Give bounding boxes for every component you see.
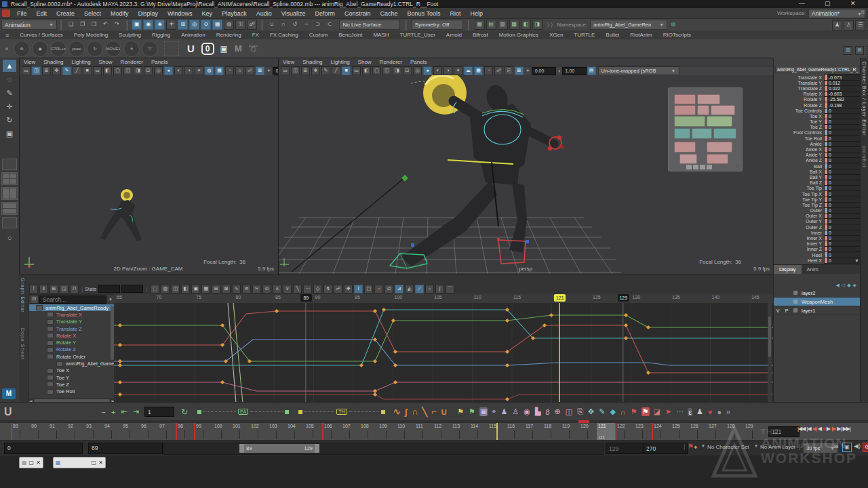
tangent-clamped-icon[interactable]: ʃ	[405, 407, 408, 417]
tangent-plateau-icon[interactable]: ∪	[441, 407, 448, 417]
zoom-tool-icon[interactable]: ○	[4, 234, 15, 245]
viewport-menu-item[interactable]: Lighting	[68, 59, 95, 65]
shelf-tool-icon[interactable]: ⊛	[14, 41, 30, 57]
tab-animbot[interactable]: animBot	[862, 146, 867, 168]
timeline-frame-label[interactable]: 127	[709, 424, 717, 428]
ghost-icon[interactable]: ◉	[523, 407, 531, 416]
picker-button[interactable]	[707, 116, 732, 127]
viewport-menu-item[interactable]: Renderer	[117, 59, 147, 65]
graph-curve-area[interactable]	[114, 303, 773, 403]
ea-badge[interactable]: EA	[238, 409, 248, 415]
range-slider-bar[interactable]: 89 129	[239, 444, 319, 453]
more-icon[interactable]: ⋯	[675, 407, 684, 416]
smooth-icon[interactable]: ∼	[301, 20, 311, 30]
graph-toolbar-icon[interactable]: ▢	[364, 285, 373, 293]
charset-dropdown-icon[interactable]: ▼	[701, 444, 705, 448]
timeline-keyframe-tick[interactable]	[652, 423, 653, 440]
loop-icon[interactable]: ∞	[833, 443, 838, 450]
diamond-icon[interactable]: ◆	[609, 407, 616, 416]
redo-icon[interactable]: ↷	[112, 20, 122, 30]
shelf-ctrl-icon[interactable]: CTRL+c	[50, 41, 66, 57]
lasso-tool[interactable]: ◌	[3, 73, 16, 85]
flag-list-icon[interactable]: ◪	[653, 407, 661, 416]
shelf-handle[interactable]	[5, 47, 8, 50]
loop8-icon[interactable]: 8	[545, 408, 550, 416]
timeline-special-tick[interactable]	[496, 423, 498, 440]
menu-item[interactable]: Visualize	[277, 10, 311, 17]
add-icon[interactable]: +	[111, 408, 115, 416]
maya-badge[interactable]: M	[2, 388, 16, 399]
timeline-frame-label[interactable]: 92	[68, 424, 73, 428]
open-scene-icon[interactable]: ❐	[77, 20, 87, 30]
render-icon[interactable]: ▦	[475, 20, 485, 30]
run-cycle-icon[interactable]: ♟	[500, 407, 509, 416]
curve-tree-item[interactable]: Translate X	[29, 311, 115, 318]
curve-tree-item[interactable]: Translate Y	[29, 319, 115, 325]
prev-key-icon[interactable]: ⇤	[121, 407, 127, 416]
picker-button[interactable]	[713, 128, 736, 139]
ipr-render-icon[interactable]: ▤	[486, 20, 496, 30]
play-range-icon[interactable]: ➤	[665, 407, 672, 416]
tonemap-dropdown[interactable]: Un-tone-mapped (sRGB▼	[598, 66, 679, 75]
picker-button[interactable]	[674, 142, 696, 152]
favorites-icon[interactable]: ♥	[707, 408, 713, 416]
graph-toolbar-icon[interactable]: ⊠	[222, 285, 231, 293]
make-live-icon[interactable]: ◍	[224, 20, 234, 30]
curve-icon[interactable]: ∩	[278, 20, 288, 30]
graph-toolbar-icon[interactable]: ∨	[283, 285, 292, 293]
curve-tree-item[interactable]: Toe X	[29, 367, 115, 374]
curve-tree-item[interactable]: Toe Roll	[29, 388, 115, 395]
layer-row[interactable]: ▨ layer2	[774, 289, 861, 298]
shelf-tool-icon[interactable]: ◉	[32, 41, 48, 57]
timeline-frame-label[interactable]: 96	[141, 424, 146, 428]
timeline-frame-label[interactable]: 119	[562, 424, 570, 428]
layer-icon-3[interactable]: ◆	[847, 283, 850, 288]
anim-layer-selector[interactable]: No Anim Layer	[760, 444, 795, 450]
graph-toolbar-icon[interactable]: ◭	[405, 285, 414, 293]
pose-library-icon[interactable]: ♟	[696, 407, 704, 416]
timeline-frame-label[interactable]: 128	[727, 424, 735, 428]
shelf-tab[interactable]: Sculpting	[113, 30, 146, 39]
graph-toolbar-icon[interactable]: ↯	[323, 285, 332, 293]
shelf-m-icon[interactable]: M	[235, 43, 242, 54]
select-tool-icon[interactable]: ▣	[479, 407, 488, 416]
shelf-tab[interactable]: Poly Modeling	[68, 30, 113, 39]
close-button[interactable]: ✕	[850, 0, 856, 7]
viewport-menu-item[interactable]: Show	[354, 59, 376, 65]
shelf-tab[interactable]: Rigging	[146, 30, 176, 39]
timeline-frame-label[interactable]: 126	[690, 424, 698, 428]
graph-toolbar-icon[interactable]: ✥	[344, 285, 353, 293]
timeline-frame-label[interactable]: 99	[196, 424, 201, 428]
shelf-tab[interactable]: Custom	[304, 30, 334, 39]
layer-icon-1[interactable]: ◀	[835, 283, 839, 288]
snap-plane-icon[interactable]: ▦	[212, 20, 222, 30]
tab-display[interactable]: Display	[774, 265, 802, 274]
stats-frame-field[interactable]	[98, 285, 120, 293]
time-marker[interactable]: 129	[618, 294, 629, 302]
animation-start-field[interactable]: 0	[4, 443, 83, 454]
shelf-zero-icon[interactable]: 0	[201, 43, 214, 55]
timeline-frame-label[interactable]: 102	[251, 424, 259, 428]
frame-offset-field[interactable]: 1	[144, 407, 174, 417]
shelf-tab[interactable]: Motion Graphics	[494, 30, 544, 39]
render-settings-icon[interactable]: ▥	[498, 20, 508, 30]
timeline-frame-label[interactable]: 95	[123, 424, 128, 428]
stats-value-field[interactable]	[121, 285, 143, 293]
curve-tree-item[interactable]: animRig_Abel_GameReady	[29, 304, 115, 311]
picker-button[interactable]	[711, 105, 735, 115]
graph-toolbar-icon[interactable]: ⊙	[262, 285, 271, 293]
snap-point-icon[interactable]: ⊙	[201, 20, 211, 30]
shelf-tab[interactable]: FX Caching	[264, 30, 304, 39]
graph-toolbar-icon[interactable]: ⊿	[395, 285, 403, 293]
shelf-menu-icon[interactable]: ≡	[0, 32, 14, 39]
sphere-icon[interactable]: ●	[716, 408, 722, 416]
tangent-flat-icon[interactable]: ∩	[412, 407, 418, 417]
bookmark-active-icon[interactable]: ⚑	[642, 407, 650, 416]
graph-toolbar-icon[interactable]: ⟋	[415, 285, 424, 293]
timeline-keyframe-tick[interactable]	[615, 423, 616, 440]
filter-icon[interactable]: ⊡	[30, 295, 39, 304]
go-to-end-button[interactable]: ▶▶|	[842, 426, 850, 432]
app-logo[interactable]: U	[4, 406, 12, 418]
timeline-keyframe-tick[interactable]	[322, 423, 323, 440]
menu-item[interactable]: Help	[466, 10, 488, 17]
